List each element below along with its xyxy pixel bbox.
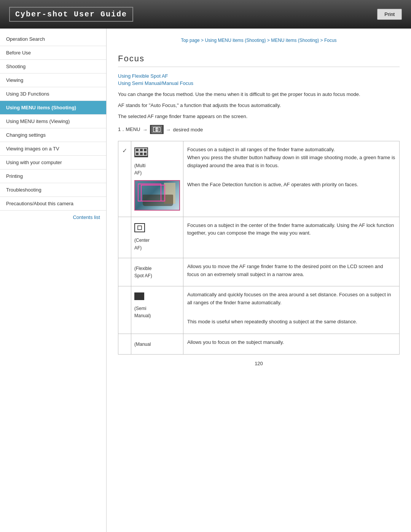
sidebar-item-menu-shooting[interactable]: Using MENU items (Shooting) (0, 101, 106, 115)
breadcrumb: Top page > Using MENU items (Shooting) >… (118, 35, 400, 46)
desc-cell-semi: Automatically and quickly focuses on the… (183, 286, 400, 334)
breadcrumb-sep1: > (201, 38, 205, 43)
breadcrumb-menu-shooting[interactable]: Using MENU items (Shooting) (205, 38, 266, 43)
breadcrumb-menu-items[interactable]: MENU items (Shooting) (271, 38, 319, 43)
semi-manual-desc1: Automatically and quickly focuses on the… (187, 291, 395, 307)
check-cell-center (118, 217, 131, 258)
focus-table: ✓ (Multi (118, 141, 400, 354)
svg-rect-13 (138, 226, 142, 230)
semi-manual-label: (SemiManual) (134, 305, 180, 320)
icon-cell-semi: (SemiManual) (131, 286, 183, 334)
body-para3: The selected AF range finder frame appea… (118, 113, 400, 121)
arrow-icon2: → (166, 127, 171, 133)
step-instruction: 1．MENU → → desired mode (118, 125, 400, 134)
sidebar: Operation Search Before Use Shooting Vie… (0, 29, 107, 532)
desc-cell-manual: Allows you to focus on the subject manua… (183, 334, 400, 354)
sidebar-item-before-use[interactable]: Before Use (0, 46, 106, 60)
desc-cell-center: Focuses on a subject in the center of th… (183, 217, 400, 258)
icon-cell-center: (CenterAF) (131, 217, 183, 258)
sidebar-item-viewing-tv[interactable]: Viewing images on a TV (0, 142, 106, 156)
print-button[interactable]: Print (377, 9, 402, 20)
desc-cell-flexible: Allows you to move the AF range finder f… (183, 258, 400, 286)
contents-list-link[interactable]: Contents list (0, 211, 106, 224)
icon-cell-manual: (Manual (131, 334, 183, 354)
manual-label: (Manual (134, 341, 180, 348)
breadcrumb-focus[interactable]: Focus (324, 38, 337, 43)
semi-manual-icon-graphic (134, 292, 180, 303)
multi-af-svg (134, 147, 148, 157)
page-number: 120 (118, 361, 400, 366)
svg-rect-14 (134, 292, 144, 300)
check-cell-semi (118, 286, 131, 334)
app-title: Cyber-shot User Guide (9, 7, 133, 22)
semi-manual-svg (134, 292, 144, 300)
center-af-label: (CenterAF) (134, 237, 180, 251)
svg-rect-11 (138, 184, 161, 201)
check-cell-flexible (118, 258, 131, 286)
check-cell-multi: ✓ (118, 141, 131, 217)
multi-af-icon-graphic (134, 147, 180, 160)
desired-mode-label: desired mode (173, 127, 203, 133)
focus-menu-icon (150, 125, 164, 134)
link-list: Using Flexible Spot AF Using Semi Manual… (118, 73, 400, 86)
table-row-semi-manual: (SemiManual) Automatically and quickly f… (118, 286, 400, 334)
sidebar-item-computer[interactable]: Using with your computer (0, 156, 106, 169)
table-row-manual: (Manual Allows you to focus on the subje… (118, 334, 400, 354)
table-row-center-af: (CenterAF) Focuses on a subject in the c… (118, 217, 400, 258)
sidebar-item-changing-settings[interactable]: Changing settings (0, 128, 106, 142)
page-layout: Operation Search Before Use Shooting Vie… (0, 29, 411, 532)
check-cell-manual (118, 334, 131, 354)
semi-manual-desc2: This mode is useful when repeatedly shoo… (187, 318, 395, 326)
flexible-spot-label: (FlexibleSpot AF) (134, 265, 180, 280)
breadcrumb-sep3: > (320, 38, 324, 43)
breadcrumb-sep2: > (267, 38, 271, 43)
desc-cell-multi: Focuses on a subject in all ranges of th… (183, 141, 400, 217)
multi-af-desc1: Focuses on a subject in all ranges of th… (187, 146, 395, 169)
flexible-spot-desc: Allows you to move the AF range finder f… (187, 263, 395, 279)
icon-cell-flexible: (FlexibleSpot AF) (131, 258, 183, 286)
sidebar-item-troubleshooting[interactable]: Troubleshooting (0, 183, 106, 197)
header: Cyber-shot User Guide Print (0, 0, 411, 29)
table-row-multi-af: ✓ (Multi (118, 141, 400, 217)
icon-cell-multi: (MultiAF) (131, 141, 183, 217)
sidebar-item-viewing[interactable]: Viewing (0, 73, 106, 87)
breadcrumb-top[interactable]: Top page (181, 38, 199, 43)
sidebar-item-menu-viewing[interactable]: Using MENU items (Viewing) (0, 115, 106, 128)
center-af-desc: Focuses on a subject in the center of th… (187, 222, 395, 238)
sidebar-item-precautions[interactable]: Precautions/About this camera (0, 197, 106, 211)
camera-preview-image (134, 180, 180, 211)
sidebar-item-shooting[interactable]: Shooting (0, 60, 106, 73)
link-semi-manual[interactable]: Using Semi Manual/Manual Focus (118, 80, 400, 86)
manual-desc: Allows you to focus on the subject manua… (187, 339, 395, 347)
page-title: Focus (118, 54, 400, 67)
focus-frame-overlay (135, 181, 179, 210)
body-para2: AF stands for "Auto Focus," a function t… (118, 102, 400, 110)
svg-rect-12 (135, 224, 145, 232)
sidebar-item-printing[interactable]: Printing (0, 169, 106, 183)
table-row-flexible-spot: (FlexibleSpot AF) Allows you to move the… (118, 258, 400, 286)
sidebar-item-operation-search[interactable]: Operation Search (0, 32, 106, 46)
center-af-icon-graphic (134, 223, 180, 235)
sidebar-item-3d[interactable]: Using 3D Functions (0, 87, 106, 101)
center-af-svg (134, 223, 145, 232)
main-content: Top page > Using MENU items (Shooting) >… (107, 29, 411, 532)
focus-icon-svg (151, 126, 162, 133)
multi-af-desc2: When the Face Detection function is acti… (187, 181, 395, 189)
link-flexible-spot-af[interactable]: Using Flexible Spot AF (118, 73, 400, 79)
arrow-icon: → (143, 127, 148, 133)
multi-af-label: (MultiAF) (134, 162, 180, 177)
checkmark-multi: ✓ (122, 147, 127, 154)
step-number: 1．MENU (118, 126, 140, 133)
body-para1: You can change the focus method. Use the… (118, 91, 400, 99)
